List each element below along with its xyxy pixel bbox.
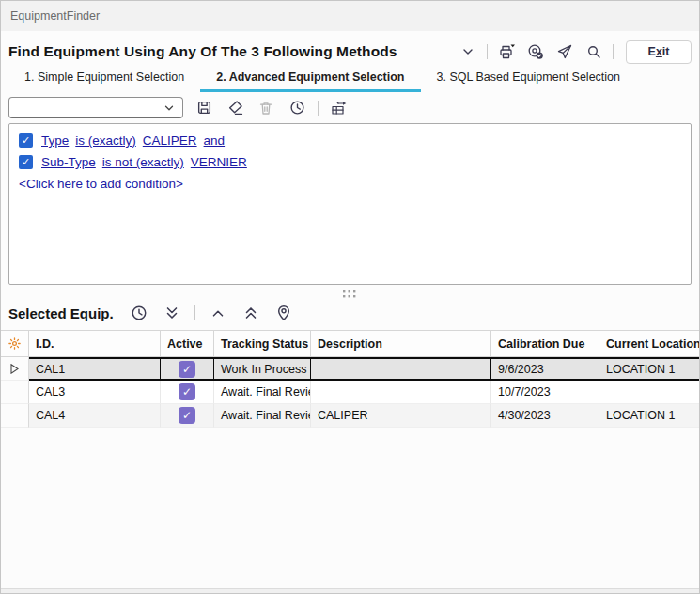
- send-icon[interactable]: [554, 41, 575, 62]
- splitter-handle[interactable]: [1, 285, 699, 302]
- print-icon[interactable]: [496, 41, 517, 62]
- header-row: Find Equipment Using Any Of The 3 Follow…: [1, 31, 699, 67]
- cell-current-location[interactable]: LOCATION 1: [599, 357, 700, 381]
- column-header-active[interactable]: Active: [161, 331, 214, 356]
- add-condition-link[interactable]: <Click here to add condition>: [19, 177, 183, 191]
- column-header-tracking-status[interactable]: Tracking Status: [214, 331, 311, 356]
- cell-description[interactable]: [311, 357, 491, 381]
- column-header-current-location[interactable]: Current Location: [599, 331, 700, 356]
- row-indicator-cell[interactable]: [1, 381, 29, 404]
- selected-equip-header: Selected Equip.: [1, 302, 699, 330]
- clock-icon[interactable]: [129, 303, 149, 323]
- eraser-icon[interactable]: [225, 98, 245, 118]
- cell-current-location[interactable]: [599, 381, 700, 404]
- exit-button[interactable]: Exit: [626, 40, 692, 64]
- condition-list: ✓ Typeis (exactly)CALIPERand ✓ Sub-Typei…: [19, 131, 681, 172]
- location-pin-icon[interactable]: [273, 303, 294, 323]
- selected-equipment-grid: I.D. Active Tracking Status Description …: [1, 330, 700, 428]
- cell-calibration-due[interactable]: 10/7/2023: [491, 381, 599, 404]
- grid-corner-cell[interactable]: [1, 331, 29, 356]
- cell-id[interactable]: CAL4: [29, 404, 161, 428]
- cell-tracking-status[interactable]: Await. Final Review: [214, 404, 311, 428]
- sun-loading-icon: [8, 336, 22, 351]
- condition-link[interactable]: CALIPER: [143, 133, 197, 148]
- condition-link[interactable]: Sub-Type: [41, 155, 96, 169]
- condition-link[interactable]: VERNIER: [191, 155, 247, 169]
- method-tabs: 1. Simple Equipment Selection 2. Advance…: [1, 67, 699, 92]
- separator: [613, 44, 614, 59]
- cell-tracking-status[interactable]: Work In Process: [214, 357, 311, 381]
- window-bottom-frame: [1, 588, 699, 593]
- condition-row: ✓ Typeis (exactly)CALIPERand: [19, 131, 681, 150]
- condition-checkbox[interactable]: ✓: [19, 155, 33, 169]
- save-icon[interactable]: [194, 98, 214, 118]
- condition-checkbox[interactable]: ✓: [19, 133, 33, 148]
- cell-id[interactable]: CAL3: [29, 381, 161, 404]
- cell-active: ✓: [161, 404, 214, 428]
- grid-body: CAL1 ✓ Work In Process 9/6/2023 LOCATION…: [1, 357, 700, 428]
- cell-tracking-status[interactable]: Await. Final Review: [214, 381, 311, 404]
- condition-toolbar: [1, 92, 699, 121]
- current-row-arrow-icon: [10, 364, 19, 374]
- window-title: EquipmentFinder: [10, 9, 100, 23]
- cell-calibration-due[interactable]: 9/6/2023: [491, 357, 599, 381]
- cell-active: ✓: [161, 381, 214, 404]
- grid-header: I.D. Active Tracking Status Description …: [1, 330, 700, 357]
- separator: [487, 44, 488, 59]
- active-checkbox[interactable]: ✓: [179, 361, 195, 378]
- titlebar: EquipmentFinder: [1, 1, 699, 31]
- chevron-down-icon[interactable]: [458, 41, 478, 62]
- cell-id[interactable]: CAL1: [29, 357, 161, 381]
- condition-links: Sub-Typeis not (exactly)VERNIER: [41, 155, 247, 169]
- history-clock-icon[interactable]: [287, 98, 307, 118]
- condition-link[interactable]: is not (exactly): [102, 155, 184, 169]
- condition-row: ✓ Sub-Typeis not (exactly)VERNIER: [19, 152, 681, 172]
- tab-simple-equipment-selection[interactable]: 1. Simple Equipment Selection: [8, 67, 200, 92]
- table-row[interactable]: CAL4 ✓ Await. Final Review CALIPER 4/30/…: [1, 404, 700, 428]
- tab-advanced-equipment-selection[interactable]: 2. Advanced Equipment Selection: [200, 67, 420, 92]
- condition-link[interactable]: and: [204, 133, 226, 148]
- row-indicator-cell[interactable]: [1, 404, 29, 428]
- cell-calibration-due[interactable]: 4/30/2023: [491, 404, 599, 428]
- column-header-description[interactable]: Description: [311, 331, 491, 356]
- separator: [194, 305, 195, 320]
- selected-equip-toolbar: [129, 303, 294, 323]
- condition-links: Typeis (exactly)CALIPERand: [41, 133, 225, 148]
- chevron-up-icon[interactable]: [208, 303, 228, 323]
- saved-filter-combobox[interactable]: [8, 97, 183, 118]
- column-header-id[interactable]: I.D.: [29, 331, 161, 356]
- active-checkbox[interactable]: ✓: [179, 407, 195, 424]
- send-to-grid-icon[interactable]: [329, 98, 350, 118]
- header-toolbar: Exit: [458, 40, 692, 64]
- double-chevron-up-icon[interactable]: [241, 303, 261, 323]
- row-indicator-cell[interactable]: [1, 357, 29, 381]
- equipment-finder-window: EquipmentFinder Find Equipment Using Any…: [0, 0, 700, 594]
- cell-description[interactable]: CALIPER: [311, 404, 491, 428]
- chevron-down-icon: [163, 102, 176, 115]
- table-row[interactable]: CAL3 ✓ Await. Final Review 10/7/2023: [1, 381, 700, 404]
- active-checkbox[interactable]: ✓: [179, 383, 195, 400]
- splitter-grip-icon: [342, 290, 357, 298]
- column-header-calibration-due[interactable]: Calibration Due: [491, 331, 599, 356]
- double-chevron-down-icon[interactable]: [162, 303, 182, 323]
- search-icon[interactable]: [583, 41, 604, 62]
- trash-icon: [256, 98, 276, 118]
- cell-description[interactable]: [311, 381, 491, 404]
- condition-link[interactable]: Type: [41, 133, 69, 148]
- separator: [318, 101, 319, 116]
- page-title: Find Equipment Using Any Of The 3 Follow…: [8, 43, 458, 60]
- settings-check-icon[interactable]: [525, 41, 546, 62]
- selected-equip-label: Selected Equip.: [8, 305, 129, 321]
- table-row[interactable]: CAL1 ✓ Work In Process 9/6/2023 LOCATION…: [1, 357, 700, 381]
- cell-current-location[interactable]: LOCATION 1: [599, 404, 700, 428]
- cell-active: ✓: [161, 357, 214, 381]
- condition-builder[interactable]: ✓ Typeis (exactly)CALIPERand ✓ Sub-Typei…: [8, 123, 692, 285]
- condition-link[interactable]: is (exactly): [75, 133, 136, 148]
- tab-sql-based-equipment-selection[interactable]: 3. SQL Based Equipment Selection: [421, 67, 637, 92]
